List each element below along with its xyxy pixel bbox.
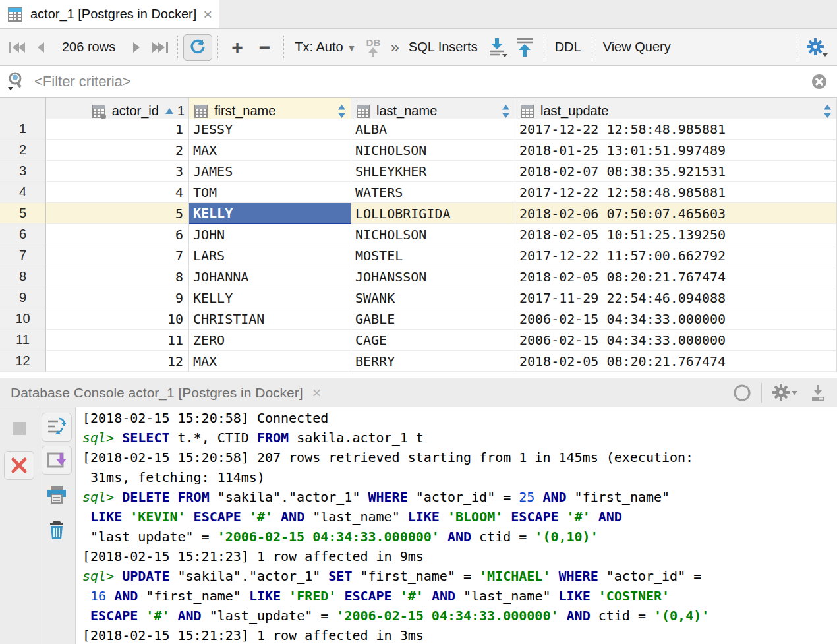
table-cell[interactable]: 9: [46, 287, 189, 308]
first-page-button[interactable]: [5, 34, 29, 61]
console-output-panel: [2018-02-15 15:20:58] Connectedsql> SELE…: [0, 407, 837, 644]
table-cell[interactable]: NICHOLSON: [351, 224, 515, 245]
table-cell[interactable]: MOSTEL: [351, 245, 515, 266]
filter-criteria-input[interactable]: <Filter criteria>: [34, 73, 811, 90]
print-button[interactable]: [42, 481, 72, 508]
more-actions-chevrons-icon[interactable]: »: [385, 38, 403, 57]
table-cell[interactable]: 2018-02-06 07:50:07.465603: [515, 203, 837, 224]
row-number[interactable]: 5: [0, 203, 46, 224]
row-number[interactable]: 9: [0, 287, 46, 308]
table-cell[interactable]: 5: [46, 203, 189, 224]
table-cell[interactable]: JESSY: [189, 119, 351, 140]
table-cell[interactable]: 2017-11-29 22:54:46.094088: [515, 287, 837, 308]
table-cell[interactable]: TOM: [189, 182, 351, 203]
row-number[interactable]: 3: [0, 161, 46, 182]
sort-toggle-icon[interactable]: [823, 103, 832, 119]
row-number[interactable]: 4: [0, 182, 46, 203]
table-cell[interactable]: 4: [46, 182, 189, 203]
table-cell[interactable]: ALBA: [351, 119, 515, 140]
table-cell[interactable]: WATERS: [351, 182, 515, 203]
clear-filter-icon[interactable]: [811, 73, 828, 90]
scroll-to-caret-icon[interactable]: [732, 383, 752, 403]
row-number[interactable]: 11: [0, 330, 46, 351]
delete-row-button[interactable]: −: [251, 36, 279, 59]
table-cell[interactable]: LARS: [189, 245, 351, 266]
submit-to-db-button[interactable]: DB: [361, 34, 385, 61]
export-data-button[interactable]: [483, 34, 511, 61]
toolbar-separator: [217, 36, 218, 59]
console-close-icon[interactable]: ×: [312, 384, 322, 402]
table-cell[interactable]: 2017-12-22 11:57:00.662792: [515, 245, 837, 266]
row-number[interactable]: 7: [0, 245, 46, 266]
clear-console-button[interactable]: [42, 517, 72, 543]
scroll-to-end-toggle[interactable]: [42, 446, 72, 475]
sql-inserts-label[interactable]: SQL Inserts: [403, 40, 483, 55]
table-cell[interactable]: SWANK: [351, 287, 515, 308]
table-cell[interactable]: BERRY: [351, 351, 515, 372]
import-data-button[interactable]: [511, 34, 538, 61]
row-number[interactable]: 10: [0, 308, 46, 330]
search-icon[interactable]: [7, 71, 26, 92]
table-cell[interactable]: 10: [46, 308, 189, 330]
table-cell[interactable]: SHLEYKHER: [351, 161, 515, 182]
table-cell[interactable]: JAMES: [189, 161, 351, 182]
table-cell[interactable]: LOLLOBRIGIDA: [351, 203, 515, 224]
tab-close-icon[interactable]: ×: [203, 8, 212, 21]
table-cell[interactable]: 8: [46, 266, 189, 287]
next-page-button[interactable]: [125, 34, 148, 61]
table-cell[interactable]: 2018-02-05 08:20:21.767474: [515, 351, 837, 372]
settings-gear-button[interactable]: [803, 34, 830, 61]
sort-toggle-icon[interactable]: [337, 103, 347, 119]
table-cell[interactable]: 11: [46, 330, 189, 351]
table-cell[interactable]: ZERO: [189, 330, 351, 351]
view-query-button[interactable]: View Query: [598, 40, 676, 55]
ddl-button[interactable]: DDL: [550, 40, 587, 55]
table-cell[interactable]: 2006-02-15 04:34:33.000000: [515, 330, 837, 351]
toolbar-separator: [544, 36, 544, 59]
reload-data-button[interactable]: [183, 34, 212, 61]
table-cell[interactable]: 12: [46, 351, 189, 372]
table-cell[interactable]: JOHANNA: [189, 266, 351, 287]
table-cell[interactable]: JOHANSSON: [351, 266, 515, 287]
table-cell[interactable]: CAGE: [351, 330, 515, 351]
table-cell[interactable]: 7: [46, 245, 189, 266]
row-number[interactable]: 1: [0, 119, 46, 140]
table-cell[interactable]: MAX: [189, 140, 351, 161]
add-row-button[interactable]: +: [223, 36, 251, 59]
tab-actor-1[interactable]: actor_1 [Postgres in Docker] ×: [0, 0, 219, 28]
soft-wrap-toggle[interactable]: [42, 413, 72, 442]
sort-toggle-icon[interactable]: [501, 103, 511, 119]
table-cell[interactable]: 2017-12-22 12:58:48.985881: [515, 119, 837, 140]
tx-mode-dropdown[interactable]: Tx: Auto▼: [289, 40, 361, 55]
row-number[interactable]: 8: [0, 266, 46, 287]
table-cell[interactable]: 2018-02-05 10:51:25.139250: [515, 224, 837, 245]
table-cell[interactable]: 2017-12-22 12:58:48.985881: [515, 182, 837, 203]
table-cell[interactable]: 3: [46, 161, 189, 182]
console-gear-icon[interactable]: [771, 382, 797, 403]
table-cell[interactable]: GABLE: [351, 308, 515, 330]
table-cell[interactable]: MAX: [189, 351, 351, 372]
row-number[interactable]: 6: [0, 224, 46, 245]
row-number[interactable]: 2: [0, 140, 46, 161]
close-console-button[interactable]: [4, 451, 34, 480]
table-cell[interactable]: JOHN: [189, 224, 351, 245]
row-count-label: 206 rows: [53, 40, 125, 55]
console-tool-window-header[interactable]: Database Console actor_1 [Postgres in Do…: [0, 378, 837, 407]
table-cell[interactable]: KELLY: [189, 203, 351, 224]
table-cell[interactable]: 2018-02-07 08:38:35.921531: [515, 161, 837, 182]
table-cell[interactable]: NICHOLSON: [351, 140, 515, 161]
hide-tool-window-icon[interactable]: [808, 383, 828, 403]
table-cell[interactable]: 1: [46, 119, 189, 140]
stop-button[interactable]: [4, 415, 34, 442]
table-cell[interactable]: CHRISTIAN: [189, 308, 351, 330]
table-cell[interactable]: 2018-02-05 08:20:21.767474: [515, 266, 837, 287]
table-cell[interactable]: KELLY: [189, 287, 351, 308]
table-cell[interactable]: 2018-01-25 13:01:51.997489: [515, 140, 837, 161]
table-cell[interactable]: 2: [46, 140, 189, 161]
table-cell[interactable]: 2006-02-15 04:34:33.000000: [515, 308, 837, 330]
previous-page-button[interactable]: [29, 34, 53, 61]
console-output-text[interactable]: [2018-02-15 15:20:58] Connectedsql> SELE…: [82, 408, 834, 643]
last-page-button[interactable]: [148, 34, 172, 61]
table-cell[interactable]: 6: [46, 224, 189, 245]
row-number[interactable]: 12: [0, 351, 46, 372]
